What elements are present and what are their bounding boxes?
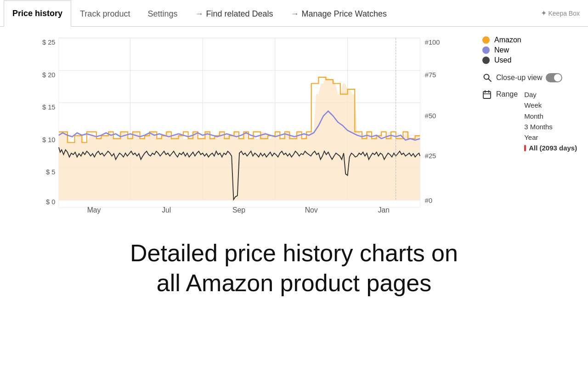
bottom-line2: all Amazon product pages (157, 270, 431, 296)
svg-text:$ 15: $ 15 (42, 104, 56, 111)
chart-container: $ 25 $ 20 $ 15 $ 10 $ 5 $ 0 #100 #75 #50… (0, 27, 588, 224)
svg-text:#0: #0 (425, 197, 432, 204)
tab-find-deals[interactable]: → Find related Deals (186, 0, 282, 27)
svg-text:Jul: Jul (162, 206, 171, 214)
legend-amazon[interactable]: Amazon (482, 36, 583, 44)
chart-legend: Amazon New Used Close-up view (473, 31, 583, 220)
svg-text:May: May (87, 206, 101, 214)
tab-settings[interactable]: Settings (139, 0, 186, 27)
used-dot (482, 57, 490, 64)
range-week[interactable]: Week (524, 100, 577, 110)
new-dot (482, 46, 490, 54)
svg-text:$ 10: $ 10 (42, 136, 56, 144)
legend-items: Amazon New Used (482, 36, 583, 64)
svg-line-29 (489, 79, 492, 82)
tab-price-history[interactable]: Price history (4, 0, 71, 27)
svg-text:$ 25: $ 25 (42, 39, 56, 46)
bottom-text: Detailed price history charts on all Ama… (0, 224, 588, 307)
svg-text:Nov: Nov (305, 206, 318, 214)
range-all[interactable]: All (2093 days) (524, 143, 577, 153)
range-label: Range (496, 90, 518, 98)
tab-track-product-label: Track product (80, 9, 130, 19)
range-year[interactable]: Year (524, 132, 577, 143)
new-label: New (494, 46, 509, 54)
svg-text:#25: #25 (425, 152, 436, 160)
range-month[interactable]: Month (524, 111, 577, 121)
svg-text:$ 5: $ 5 (46, 168, 55, 176)
svg-rect-30 (483, 92, 491, 98)
legend-new[interactable]: New (482, 46, 583, 54)
svg-text:#75: #75 (425, 71, 436, 79)
range-section: Range Day Week Month 3 Months Year All (… (482, 89, 583, 154)
search-icon (482, 73, 492, 83)
tab-find-deals-label: Find related Deals (206, 9, 273, 19)
used-label: Used (494, 56, 511, 64)
range-day[interactable]: Day (524, 89, 577, 100)
range-options: Day Week Month 3 Months Year All (2093 d… (524, 89, 577, 154)
tab-manage-watches-label: Manage Price Watches (302, 9, 387, 19)
svg-text:#50: #50 (425, 112, 436, 120)
tab-settings-label: Settings (147, 9, 177, 19)
svg-text:$ 0: $ 0 (46, 198, 55, 206)
svg-text:Jan: Jan (378, 206, 390, 214)
chart-wrap: $ 25 $ 20 $ 15 $ 10 $ 5 $ 0 #100 #75 #50… (5, 31, 473, 220)
keepa-box: ✦ Keepa Box (541, 0, 585, 26)
legend-used[interactable]: Used (482, 56, 583, 64)
calendar-icon (482, 90, 492, 100)
arrow-icon-2: → (291, 9, 299, 19)
arrow-icon: → (195, 9, 203, 19)
svg-text:Sep: Sep (232, 206, 245, 214)
svg-text:#100: #100 (425, 39, 440, 46)
tab-price-history-label: Price history (12, 9, 62, 18)
closeup-toggle[interactable] (546, 73, 562, 82)
svg-text:$ 20: $ 20 (42, 71, 56, 79)
price-chart: $ 25 $ 20 $ 15 $ 10 $ 5 $ 0 #100 #75 #50… (5, 31, 473, 220)
amazon-dot (482, 36, 490, 44)
closeup-label: Close-up view (496, 74, 542, 82)
keepa-box-label: Keepa Box (548, 10, 580, 17)
tab-manage-watches[interactable]: → Manage Price Watches (282, 0, 396, 27)
closeup-control[interactable]: Close-up view (482, 73, 583, 83)
range-3months[interactable]: 3 Months (524, 121, 577, 132)
bottom-line1: Detailed price history charts on (130, 240, 458, 266)
amazon-label: Amazon (494, 36, 521, 44)
tab-track-product[interactable]: Track product (71, 0, 139, 27)
keepa-plus-icon: ✦ (541, 9, 547, 17)
tab-bar: Price history Track product Settings → F… (0, 0, 588, 27)
